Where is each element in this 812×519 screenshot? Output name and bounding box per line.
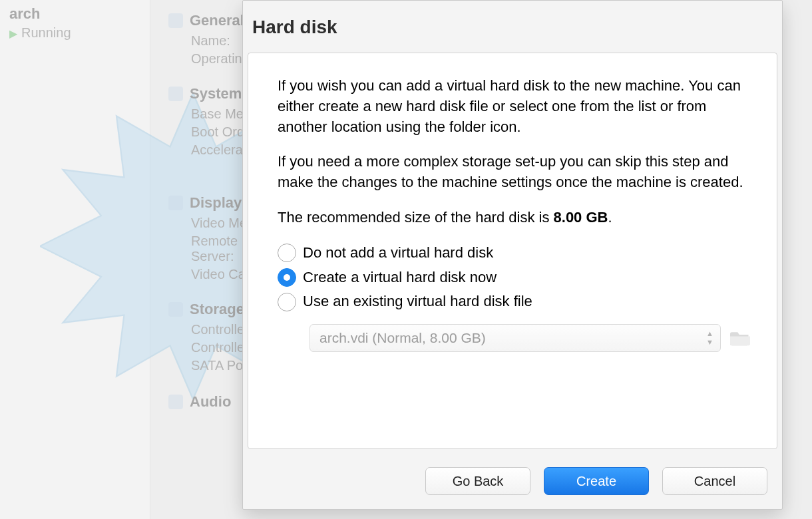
- recommended-size: 8.00 GB: [554, 209, 608, 226]
- option-create-now-label: Create a virtual hard disk now: [303, 267, 497, 288]
- dialog-footer: Go Back Create Cancel: [243, 453, 782, 509]
- go-back-button[interactable]: Go Back: [425, 467, 530, 495]
- radio-icon: [278, 268, 296, 287]
- option-use-existing-label: Use an existing virtual hard disk file: [303, 291, 532, 312]
- option-use-existing[interactable]: Use an existing virtual hard disk file: [278, 291, 750, 312]
- recommended-suffix: .: [608, 209, 612, 226]
- dialog-recommended: The recommended size of the hard disk is…: [278, 208, 750, 228]
- radio-icon: [278, 293, 296, 311]
- existing-disk-value: arch.vdi (Normal, 8.00 GB): [319, 328, 486, 347]
- combo-stepper-icon: ▲▼: [706, 330, 713, 346]
- choose-disk-folder-icon[interactable]: [730, 329, 750, 347]
- recommended-prefix: The recommended size of the hard disk is: [278, 209, 554, 226]
- existing-disk-row: arch.vdi (Normal, 8.00 GB) ▲▼: [309, 324, 750, 352]
- option-do-not-add[interactable]: Do not add a virtual hard disk: [278, 243, 750, 263]
- cancel-button[interactable]: Cancel: [662, 467, 767, 495]
- hard-disk-option-group: Do not add a virtual hard disk Create a …: [278, 243, 750, 312]
- create-button[interactable]: Create: [544, 467, 649, 495]
- dialog-title: Hard disk: [243, 1, 782, 50]
- dialog-paragraph-2: If you need a more complex storage set-u…: [278, 152, 750, 193]
- option-do-not-add-label: Do not add a virtual hard disk: [303, 243, 493, 263]
- radio-icon: [278, 244, 296, 262]
- hard-disk-dialog: Hard disk If you wish you can add a virt…: [242, 0, 783, 510]
- dialog-paragraph-1: If you wish you can add a virtual hard d…: [278, 76, 750, 137]
- dialog-panel: If you wish you can add a virtual hard d…: [248, 53, 777, 449]
- option-create-now[interactable]: Create a virtual hard disk now: [278, 267, 750, 288]
- existing-disk-combo[interactable]: arch.vdi (Normal, 8.00 GB) ▲▼: [309, 324, 721, 352]
